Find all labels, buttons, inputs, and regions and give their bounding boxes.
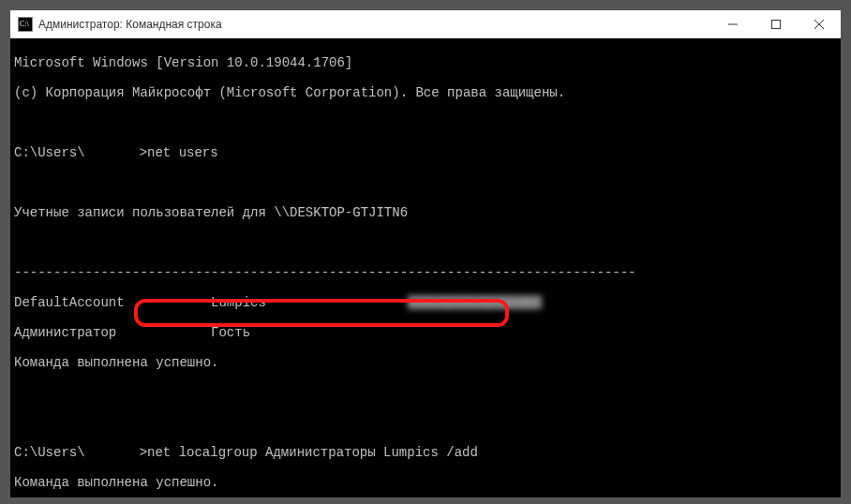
user-row-1: DefaultAccount Lumpics █████████████████ [14, 295, 841, 310]
user-cell: DefaultAccount [14, 295, 125, 310]
cmd-window: C:\ Администратор: Командная строка Micr… [9, 9, 842, 498]
svg-text:C:\: C:\ [20, 20, 30, 28]
success-line: Команда выполнена успешно. [14, 475, 841, 490]
separator-line: ----------------------------------------… [14, 265, 841, 280]
prompt-path: C:\Users\ [14, 445, 85, 460]
window-controls [711, 10, 841, 37]
blank-line [14, 235, 841, 250]
prompt-path: C:\Users\ [14, 145, 85, 160]
user-cell: Lumpics [211, 295, 266, 310]
success-line: Команда выполнена успешно. [14, 355, 841, 370]
accounts-header: Учетные записи пользователей для \\DESKT… [14, 205, 841, 220]
window-title: Администратор: Командная строка [38, 18, 711, 31]
blank-line [14, 385, 841, 400]
maximize-button[interactable] [754, 10, 798, 37]
svg-rect-4 [772, 20, 781, 28]
titlebar[interactable]: C:\ Администратор: Командная строка [10, 10, 841, 38]
close-button[interactable] [798, 10, 841, 37]
command-net-users: >net users [140, 145, 218, 160]
blank-line [14, 415, 841, 430]
redacted-username [85, 445, 140, 458]
blank-line [14, 175, 841, 190]
command-localgroup-add: >net localgroup Администраторы Lumpics /… [140, 445, 478, 460]
user-cell: Гость [211, 325, 250, 340]
redacted-user: █████████████████ [408, 295, 542, 310]
redacted-username [85, 145, 140, 158]
prompt-line-2: C:\Users\>net localgroup Администраторы … [14, 445, 841, 460]
user-cell: Администратор [14, 325, 116, 340]
minimize-button[interactable] [711, 10, 754, 37]
terminal-output[interactable]: Microsoft Windows [Version 10.0.19044.17… [10, 38, 841, 497]
version-line: Microsoft Windows [Version 10.0.19044.17… [14, 55, 841, 70]
cmd-icon: C:\ [18, 17, 33, 32]
prompt-line-1: C:\Users\>net users [14, 145, 841, 160]
copyright-line: (c) Корпорация Майкрософт (Microsoft Cor… [14, 85, 841, 100]
blank-line [14, 115, 841, 130]
user-row-2: Администратор Гость [14, 325, 841, 340]
